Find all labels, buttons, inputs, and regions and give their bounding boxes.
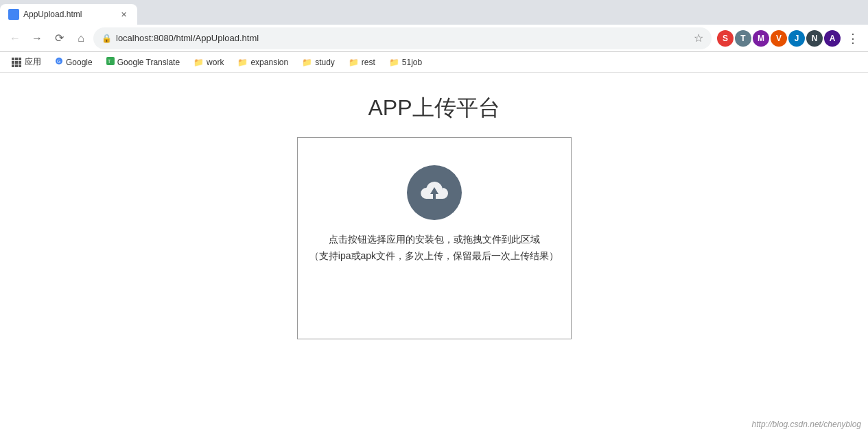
cloud-upload-icon	[418, 176, 451, 209]
apps-grid-button[interactable]: 应用	[5, 55, 47, 69]
upload-sub-text: （支持ipa或apk文件，多次上传，保留最后一次上传结果）	[309, 250, 559, 263]
address-bar-container[interactable]: 🔒 ☆	[93, 27, 712, 49]
address-input[interactable]	[116, 33, 690, 43]
bookmark-rest[interactable]: 📁 rest	[343, 56, 381, 69]
bookmark-study-label: study	[315, 58, 335, 67]
bookmark-expansion-label: expansion	[250, 58, 288, 67]
bookmark-expansion[interactable]: 📁 expansion	[232, 56, 294, 69]
bookmark-google-translate[interactable]: T Google Translate	[101, 56, 185, 69]
extension-icons: S T M V J N A	[717, 30, 841, 47]
svg-rect-7	[15, 64, 18, 67]
menu-button[interactable]: ⋮	[843, 29, 863, 48]
folder-51job-icon: 📁	[389, 58, 399, 67]
bookmark-google-translate-label: Google Translate	[117, 58, 180, 67]
toolbar: ← → ⟳ ⌂ 🔒 ☆ S T M V J N A ⋮	[0, 25, 868, 52]
svg-rect-1	[15, 58, 18, 60]
svg-text:T: T	[108, 59, 111, 64]
ext6-icon[interactable]: N	[806, 30, 823, 47]
forward-button[interactable]: →	[27, 29, 47, 48]
google-favicon: G	[55, 57, 63, 67]
folder-rest-icon: 📁	[349, 58, 359, 67]
folder-expansion-icon: 📁	[237, 58, 248, 67]
ext1-icon[interactable]: S	[717, 30, 734, 47]
svg-text:G: G	[57, 59, 60, 64]
ext2-icon[interactable]: T	[735, 30, 751, 47]
tab-bar: AppUpload.html ✕	[0, 0, 868, 25]
bookmark-study[interactable]: 📁 study	[296, 56, 340, 69]
page-content: APP上传平台 点击按钮选择应用的安装包，或拖拽文件到此区域 （支持ipa或ap…	[0, 73, 868, 436]
back-button[interactable]: ←	[5, 29, 25, 48]
ext7-icon[interactable]: A	[824, 30, 841, 47]
upload-icon-circle	[407, 165, 462, 220]
home-button[interactable]: ⌂	[71, 29, 91, 48]
bookmark-51job[interactable]: 📁 51job	[384, 56, 427, 69]
svg-rect-5	[19, 61, 21, 64]
google-translate-favicon: T	[106, 57, 115, 67]
tab-favicon	[8, 9, 19, 20]
apps-label: 应用	[25, 56, 41, 68]
watermark: http://blog.csdn.net/chenyblog	[752, 420, 861, 429]
lock-icon: 🔒	[102, 34, 112, 43]
ext5-icon[interactable]: J	[788, 30, 805, 47]
folder-work-icon: 📁	[193, 58, 204, 67]
page-title: APP上传平台	[368, 93, 500, 123]
ext4-icon[interactable]: V	[771, 30, 787, 47]
tab-title: AppUpload.html	[23, 10, 114, 19]
bookmark-google-label: Google	[66, 58, 93, 67]
bookmark-google[interactable]: G Google	[49, 56, 98, 69]
svg-rect-3	[12, 61, 14, 64]
bookmark-rest-label: rest	[362, 58, 375, 67]
svg-rect-8	[19, 64, 21, 67]
bookmarks-bar: 应用 G Google T Google Translate 📁 work 📁 …	[0, 52, 868, 73]
bookmark-work-label: work	[207, 58, 224, 67]
active-tab[interactable]: AppUpload.html ✕	[0, 4, 137, 25]
svg-rect-4	[15, 61, 18, 64]
apps-grid-icon	[11, 57, 22, 68]
reload-button[interactable]: ⟳	[49, 29, 69, 48]
svg-rect-2	[19, 58, 21, 60]
bookmark-star-icon[interactable]: ☆	[694, 32, 703, 45]
tab-close-button[interactable]: ✕	[118, 9, 129, 20]
upload-area[interactable]: 点击按钮选择应用的安装包，或拖拽文件到此区域 （支持ipa或apk文件，多次上传…	[297, 137, 572, 339]
svg-rect-6	[12, 64, 14, 67]
bookmark-51job-label: 51job	[402, 58, 422, 67]
upload-main-text: 点击按钮选择应用的安装包，或拖拽文件到此区域	[329, 234, 540, 246]
bookmark-work[interactable]: 📁 work	[188, 56, 229, 69]
ext3-icon[interactable]: M	[753, 30, 769, 47]
svg-rect-0	[12, 58, 14, 60]
folder-study-icon: 📁	[302, 58, 312, 67]
